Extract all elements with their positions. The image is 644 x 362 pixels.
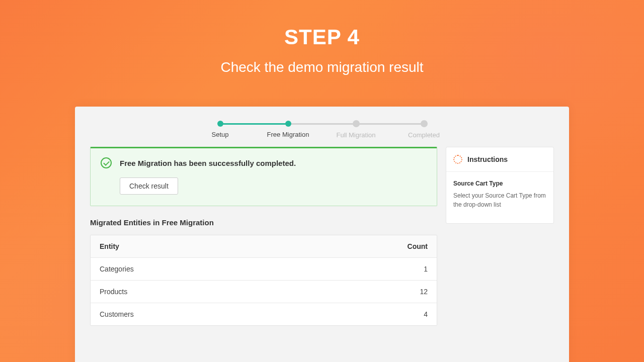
migrated-entities-table: Entity Count Categories 1 Products 12 Cu… <box>90 235 437 326</box>
check-result-button[interactable]: Check result <box>120 177 178 195</box>
sidebar-body: Source Cart Type Select your Source Cart… <box>446 172 553 223</box>
step-dot-pending-icon <box>421 120 428 127</box>
table-header-row: Entity Count <box>91 235 437 258</box>
help-icon <box>453 155 462 164</box>
step-dot-current-icon <box>285 121 291 127</box>
page-header: STEP 4 Check the demo migration result <box>0 0 644 75</box>
step-label: Full Migration <box>336 131 375 139</box>
instructions-sidebar: Instructions Source Cart Type Select you… <box>446 147 554 224</box>
sidebar-header: Instructions <box>446 147 553 172</box>
step-setup[interactable]: Setup <box>186 121 254 138</box>
progress-stepper: Setup Free Migration Full Migration Comp… <box>75 107 569 147</box>
step-label: Completed <box>408 131 440 139</box>
table-title: Migrated Entities in Free Migration <box>90 218 437 227</box>
table-row: Categories 1 <box>91 258 437 281</box>
table-row: Products 12 <box>91 281 437 303</box>
step-dot-done-icon <box>217 121 223 127</box>
sidebar-title: Instructions <box>467 155 508 163</box>
main-column: Free Migration has been successfully com… <box>90 147 437 326</box>
entity-name: Customers <box>100 310 134 318</box>
instructions-section-title: Source Cart Type <box>453 180 546 187</box>
step-subtitle: Check the demo migration result <box>0 59 644 75</box>
alert-message: Free Migration has been successfully com… <box>120 159 296 167</box>
success-alert: Free Migration has been successfully com… <box>90 147 437 206</box>
checkmark-circle-icon <box>101 157 112 168</box>
step-dot-pending-icon <box>353 120 360 127</box>
step-title: STEP 4 <box>0 25 644 49</box>
entity-name: Products <box>100 288 127 296</box>
step-label: Free Migration <box>267 131 309 138</box>
entity-count: 12 <box>420 288 428 296</box>
column-header-count: Count <box>408 242 428 250</box>
table-row: Customers 4 <box>91 303 437 325</box>
entity-name: Categories <box>100 265 134 273</box>
step-label: Setup <box>212 131 229 138</box>
column-header-entity: Entity <box>100 242 119 250</box>
entity-count: 4 <box>424 310 428 318</box>
main-panel: Setup Free Migration Full Migration Comp… <box>75 107 569 362</box>
instructions-text: Select your Source Cart Type from the dr… <box>453 191 546 209</box>
entity-count: 1 <box>424 265 428 273</box>
